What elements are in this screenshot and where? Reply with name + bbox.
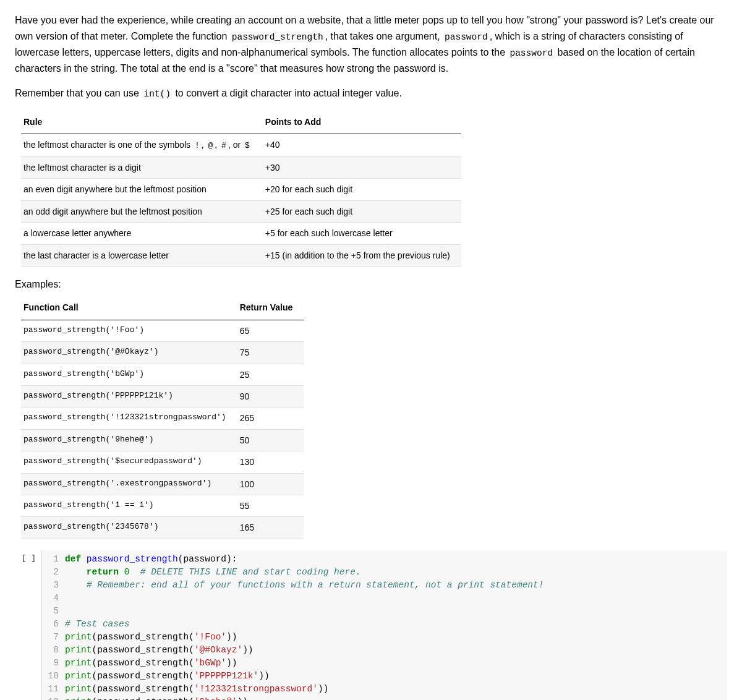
call-cell: password_strength('9hehe@') (21, 429, 237, 451)
points-cell: +5 for each such lowercase letter (263, 223, 461, 244)
table-row: password_strength('!Foo')65 (21, 320, 304, 341)
table-row: the leftmost character is one of the sym… (21, 134, 461, 157)
line-number: 11 (41, 683, 65, 696)
line-number: 1 (41, 553, 65, 566)
rule-cell: the leftmost character is a digit (21, 156, 263, 178)
rule-cell: an even digit anywhere but the leftmost … (21, 179, 263, 200)
return-cell: 65 (237, 320, 304, 341)
line-number: 10 (41, 670, 65, 683)
call-cell: password_strength('!Foo') (21, 320, 237, 341)
code-content[interactable]: print(password_strength('bGWp')) (65, 657, 237, 670)
line-number: 12 (41, 696, 65, 700)
line-number: 6 (41, 618, 65, 631)
code-line[interactable]: 12print(password_strength('9hehe@')) (41, 696, 727, 700)
return-cell: 55 (237, 495, 304, 517)
line-number: 4 (41, 592, 65, 605)
code-content[interactable]: print(password_strength('9hehe@')) (65, 696, 248, 700)
inline-code: password (508, 48, 555, 59)
code-content[interactable]: print(password_strength('@#Okayz')) (65, 644, 254, 657)
call-cell: password_strength('.exestrongpassword') (21, 473, 237, 495)
table-row: the leftmost character is a digit+30 (21, 156, 461, 178)
intro-paragraph-2: Remember that you can use int() to conve… (15, 85, 727, 101)
rule-cell: a lowercase letter anywhere (21, 223, 263, 244)
code-line[interactable]: 6# Test cases (41, 618, 727, 631)
inline-code: int() (142, 88, 173, 100)
points-cell: +40 (263, 134, 461, 157)
code-line[interactable]: 9print(password_strength('bGWp')) (41, 657, 727, 670)
code-line[interactable]: 7print(password_strength('!Foo')) (41, 631, 727, 644)
return-cell: 165 (237, 517, 304, 539)
line-number: 9 (41, 657, 65, 670)
rules-header-rule: Rule (21, 110, 263, 134)
rule-cell: the leftmost character is one of the sym… (21, 134, 263, 157)
code-line[interactable]: 8print(password_strength('@#Okayz')) (41, 644, 727, 657)
line-number: 7 (41, 631, 65, 644)
return-cell: 75 (237, 342, 304, 364)
examples-table: Function Call Return Value password_stre… (21, 296, 304, 539)
table-row: password_strength('2345678')165 (21, 517, 304, 539)
inline-code: ! (193, 140, 202, 151)
line-number: 2 (41, 566, 65, 579)
code-line[interactable]: 3 # Remember: end all of your functions … (41, 579, 727, 592)
code-content[interactable]: def password_strength(password): (65, 553, 237, 566)
table-row: the last character is a lowercase letter… (21, 244, 461, 266)
points-cell: +25 for each such digit (263, 200, 461, 222)
call-cell: password_strength('bGWp') (21, 364, 237, 385)
code-content[interactable]: # Test cases (65, 618, 129, 631)
code-line[interactable]: 1def password_strength(password): (41, 553, 727, 566)
code-content[interactable]: print(password_strength('!123321strongpa… (65, 683, 328, 696)
rules-header-points: Points to Add (263, 110, 461, 134)
call-cell: password_strength('2345678') (21, 517, 237, 539)
line-number: 8 (41, 644, 65, 657)
call-cell: password_strength('$securedpassword') (21, 451, 237, 473)
code-content[interactable]: print(password_strength('!Foo')) (65, 631, 237, 644)
table-row: password_strength('PPPPPP121k')90 (21, 386, 304, 408)
line-number: 3 (41, 579, 65, 592)
inline-code: # (220, 140, 228, 151)
inline-code: password_strength (230, 32, 325, 43)
table-row: password_strength('$securedpassword')130 (21, 451, 304, 473)
examples-header-return: Return Value (237, 296, 304, 320)
return-cell: 50 (237, 429, 304, 451)
points-cell: +30 (263, 156, 461, 178)
rule-cell: the last character is a lowercase letter (21, 244, 263, 266)
examples-label: Examples: (15, 276, 727, 292)
code-content[interactable]: print(password_strength('PPPPPP121k')) (65, 670, 270, 683)
intro-paragraph-1: Have you ever had the experience, while … (15, 12, 727, 77)
code-line[interactable]: 5 (41, 605, 727, 618)
code-line[interactable]: 10print(password_strength('PPPPPP121k')) (41, 670, 727, 683)
points-cell: +15 (in addition to the +5 from the prev… (263, 244, 461, 266)
table-row: password_strength('bGWp')25 (21, 364, 304, 385)
call-cell: password_strength('@#Okayz') (21, 342, 237, 364)
code-line[interactable]: 4 (41, 592, 727, 605)
code-line[interactable]: 11print(password_strength('!123321strong… (41, 683, 727, 696)
code-content[interactable]: return 0 # DELETE THIS LINE and start co… (65, 566, 361, 579)
inline-code: password (443, 32, 490, 43)
table-row: password_strength('9hehe@')50 (21, 429, 304, 451)
return-cell: 25 (237, 364, 304, 385)
problem-description: Have you ever had the experience, while … (15, 12, 727, 101)
execution-count: [ ] (15, 550, 41, 565)
inline-code: $ (243, 140, 252, 151)
table-row: password_strength('1 == 1')55 (21, 495, 304, 517)
code-editor[interactable]: 1def password_strength(password):2 retur… (41, 550, 727, 700)
rules-table: Rule Points to Add the leftmost characte… (21, 110, 461, 267)
table-row: an even digit anywhere but the leftmost … (21, 179, 461, 200)
return-cell: 130 (237, 451, 304, 473)
code-cell[interactable]: [ ] 1def password_strength(password):2 r… (15, 550, 727, 700)
table-row: password_strength('.exestrongpassword')1… (21, 473, 304, 495)
table-row: password_strength('@#Okayz')75 (21, 342, 304, 364)
examples-header-call: Function Call (21, 296, 237, 320)
table-row: a lowercase letter anywhere+5 for each s… (21, 223, 461, 244)
return-cell: 90 (237, 386, 304, 408)
line-number: 5 (41, 605, 65, 618)
return-cell: 265 (237, 408, 304, 429)
table-row: password_strength('!123321strongpassword… (21, 408, 304, 429)
return-cell: 100 (237, 473, 304, 495)
code-content[interactable]: # Remember: end all of your functions wi… (65, 579, 544, 592)
call-cell: password_strength('PPPPPP121k') (21, 386, 237, 408)
table-row: an odd digit anywhere but the leftmost p… (21, 200, 461, 222)
call-cell: password_strength('1 == 1') (21, 495, 237, 517)
inline-code: @ (207, 140, 215, 151)
code-line[interactable]: 2 return 0 # DELETE THIS LINE and start … (41, 566, 727, 579)
